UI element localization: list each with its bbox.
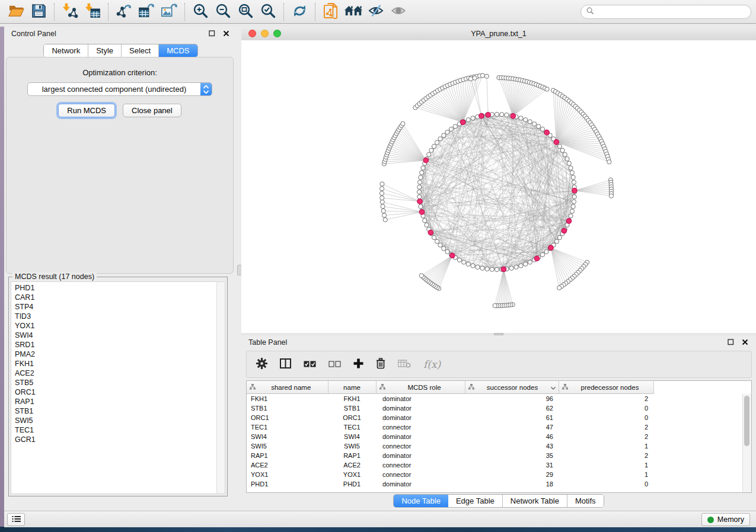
tab-style[interactable]: Style xyxy=(88,44,122,57)
export-image-button[interactable] xyxy=(158,2,180,22)
table-row[interactable]: ACE2ACE2connector311 xyxy=(247,460,653,470)
table-cell[interactable]: 62 xyxy=(465,403,559,413)
tab-node-table[interactable]: Node Table xyxy=(394,495,448,507)
close-window-icon[interactable] xyxy=(248,30,256,37)
table-cell[interactable]: 29 xyxy=(465,470,559,479)
mcds-result-item[interactable]: STP4 xyxy=(11,302,216,312)
table-cell[interactable]: FKH1 xyxy=(328,394,376,404)
table-row[interactable]: ORC1ORC1dominator610 xyxy=(247,413,653,422)
sort-chevron-icon[interactable] xyxy=(551,384,556,391)
show-all-button[interactable] xyxy=(387,2,410,22)
table-row[interactable]: STB1STB1dominator620 xyxy=(247,403,653,413)
node-table[interactable]: shared namenameMCDS rolesuccessor nodesp… xyxy=(247,381,654,489)
table-cell[interactable]: SWI4 xyxy=(247,432,328,441)
table-row[interactable]: SWI4SWI4dominator462 xyxy=(247,432,653,441)
table-cell[interactable]: RAP1 xyxy=(328,451,376,460)
table-row[interactable]: FKH1FKH1dominator962 xyxy=(247,394,653,404)
table-cell[interactable]: dominator xyxy=(376,451,465,460)
optimization-criterion-select[interactable]: largest connected component (undirected) xyxy=(27,82,212,96)
save-session-button[interactable] xyxy=(27,2,50,22)
table-cell[interactable]: FKH1 xyxy=(247,394,328,404)
mcds-result-item[interactable]: ORC1 xyxy=(11,387,216,397)
network-canvas[interactable] xyxy=(241,40,756,333)
mcds-result-item[interactable]: FKH1 xyxy=(11,359,216,368)
table-cell[interactable]: ORC1 xyxy=(247,413,328,422)
mcds-result-item[interactable]: TEC1 xyxy=(11,425,216,435)
close-mcds-panel-button[interactable]: Close panel xyxy=(123,104,181,117)
table-cell[interactable]: 43 xyxy=(465,441,559,451)
table-row[interactable]: RAP1RAP1dominator352 xyxy=(247,451,653,460)
close-panel-button[interactable] xyxy=(222,30,230,38)
mcds-result-item[interactable]: STB1 xyxy=(11,406,216,416)
tab-network-table[interactable]: Network Table xyxy=(503,495,567,507)
select-all-rows-button[interactable] xyxy=(304,360,316,369)
table-cell[interactable]: YOX1 xyxy=(247,470,328,479)
import-network-button[interactable] xyxy=(59,2,81,22)
mcds-result-item[interactable]: SWI4 xyxy=(11,331,216,340)
column-header-name[interactable]: name xyxy=(328,381,376,394)
mcds-result-item[interactable]: RAP1 xyxy=(11,397,216,406)
table-cell[interactable]: dominator xyxy=(376,413,465,422)
table-cell[interactable]: 1 xyxy=(559,441,653,451)
search-input[interactable] xyxy=(598,7,745,17)
import-table-button[interactable] xyxy=(81,2,104,22)
mcds-result-item[interactable]: ACE2 xyxy=(11,368,216,378)
show-hide-columns-button[interactable] xyxy=(280,358,291,370)
table-cell[interactable]: ACE2 xyxy=(247,460,328,470)
table-cell[interactable]: 31 xyxy=(465,460,559,470)
mcds-list-scrollbar[interactable] xyxy=(216,282,225,493)
tab-motifs[interactable]: Motifs xyxy=(567,495,604,507)
hide-selected-button[interactable] xyxy=(365,2,387,22)
column-header-mcds-role[interactable]: MCDS role xyxy=(376,381,465,394)
table-cell[interactable]: 0 xyxy=(559,479,653,489)
table-cell[interactable]: ORC1 xyxy=(328,413,376,422)
table-cell[interactable]: 96 xyxy=(465,394,559,404)
table-cell[interactable]: 0 xyxy=(559,413,653,422)
mcds-result-item[interactable]: PHD1 xyxy=(11,283,216,293)
table-options-button[interactable] xyxy=(256,358,267,371)
table-cell[interactable]: connector xyxy=(376,422,465,432)
mcds-result-list[interactable]: PHD1CAR1STP4TID3YOX1SWI4SRD1PMA2FKH1ACE2… xyxy=(11,281,225,494)
table-cell[interactable]: PHD1 xyxy=(247,479,328,489)
table-cell[interactable]: 47 xyxy=(465,422,559,432)
mcds-result-item[interactable]: GCR1 xyxy=(11,435,216,444)
mcds-result-item[interactable]: CAR1 xyxy=(11,293,216,302)
table-cell[interactable]: STB1 xyxy=(247,403,328,413)
table-cell[interactable]: 1 xyxy=(559,470,653,479)
search-box[interactable] xyxy=(580,5,751,19)
tab-mcds[interactable]: MCDS xyxy=(159,44,197,57)
mcds-result-item[interactable]: SRD1 xyxy=(11,340,216,350)
tab-select[interactable]: Select xyxy=(122,44,159,57)
table-cell[interactable]: YOX1 xyxy=(328,470,376,479)
first-neighbors-button[interactable] xyxy=(342,2,365,22)
table-cell[interactable]: dominator xyxy=(376,432,465,441)
table-cell[interactable]: 2 xyxy=(559,451,653,460)
table-cell[interactable]: 35 xyxy=(465,451,559,460)
column-header-successor-nodes[interactable]: successor nodes xyxy=(465,381,559,394)
table-cell[interactable]: TEC1 xyxy=(328,422,376,432)
table-cell[interactable]: connector xyxy=(376,441,465,451)
create-column-button[interactable] xyxy=(353,358,363,370)
table-row[interactable]: PHD1PHD1dominator180 xyxy=(247,479,653,489)
export-table-button[interactable] xyxy=(135,2,158,22)
table-cell[interactable]: dominator xyxy=(376,479,465,489)
table-cell[interactable]: ACE2 xyxy=(328,460,376,470)
table-cell[interactable]: 1 xyxy=(559,460,653,470)
deselect-all-rows-button[interactable] xyxy=(328,360,341,369)
mcds-result-item[interactable]: YOX1 xyxy=(11,321,216,331)
float-panel-button[interactable] xyxy=(208,30,216,38)
export-network-button[interactable] xyxy=(113,2,135,22)
table-cell[interactable]: TEC1 xyxy=(247,422,328,432)
tab-network[interactable]: Network xyxy=(44,44,88,57)
table-cell[interactable]: SWI5 xyxy=(328,441,376,451)
table-cell[interactable]: 61 xyxy=(465,413,559,422)
zoom-selected-button[interactable] xyxy=(257,2,279,22)
table-cell[interactable]: 2 xyxy=(559,432,653,441)
apply-layout-button[interactable] xyxy=(288,2,311,22)
table-cell[interactable]: dominator xyxy=(376,394,465,404)
table-cell[interactable]: SWI4 xyxy=(328,432,376,441)
zoom-out-button[interactable] xyxy=(212,2,234,22)
fit-content-button[interactable] xyxy=(234,2,257,22)
column-header-shared-name[interactable]: shared name xyxy=(247,381,328,394)
open-session-button[interactable] xyxy=(5,2,27,22)
